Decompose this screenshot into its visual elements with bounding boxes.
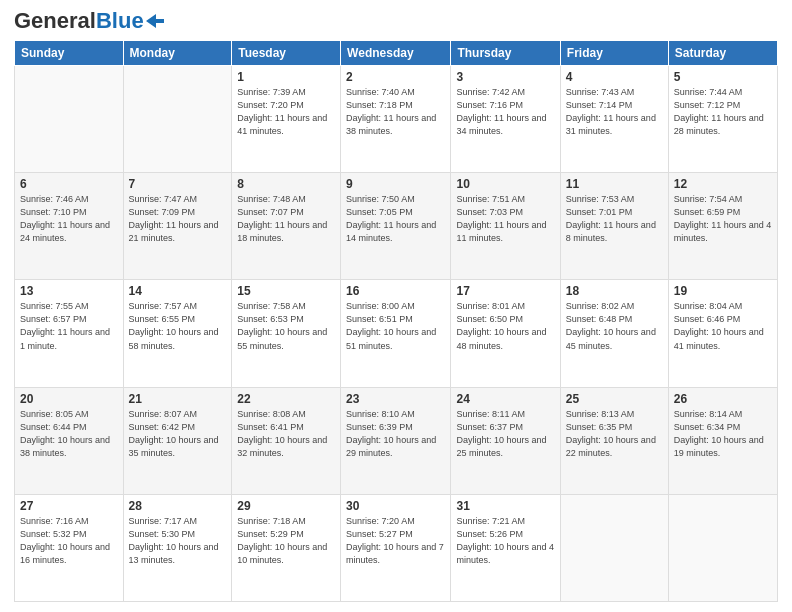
day-number: 9: [346, 177, 445, 191]
calendar-cell: [668, 494, 777, 601]
calendar-cell: 4Sunrise: 7:43 AMSunset: 7:14 PMDaylight…: [560, 66, 668, 173]
day-number: 16: [346, 284, 445, 298]
calendar-cell: 24Sunrise: 8:11 AMSunset: 6:37 PMDayligh…: [451, 387, 560, 494]
day-number: 20: [20, 392, 118, 406]
logo: GeneralBlue: [14, 10, 164, 32]
day-info: Sunrise: 7:58 AMSunset: 6:53 PMDaylight:…: [237, 300, 335, 352]
calendar-cell: 26Sunrise: 8:14 AMSunset: 6:34 PMDayligh…: [668, 387, 777, 494]
logo-text: GeneralBlue: [14, 10, 144, 32]
calendar-week-row: 20Sunrise: 8:05 AMSunset: 6:44 PMDayligh…: [15, 387, 778, 494]
header: GeneralBlue: [14, 10, 778, 32]
day-number: 7: [129, 177, 227, 191]
calendar-cell: 17Sunrise: 8:01 AMSunset: 6:50 PMDayligh…: [451, 280, 560, 387]
day-number: 30: [346, 499, 445, 513]
calendar-cell: [15, 66, 124, 173]
calendar-cell: 28Sunrise: 7:17 AMSunset: 5:30 PMDayligh…: [123, 494, 232, 601]
calendar-cell: 7Sunrise: 7:47 AMSunset: 7:09 PMDaylight…: [123, 173, 232, 280]
day-number: 24: [456, 392, 554, 406]
day-info: Sunrise: 8:11 AMSunset: 6:37 PMDaylight:…: [456, 408, 554, 460]
day-info: Sunrise: 8:05 AMSunset: 6:44 PMDaylight:…: [20, 408, 118, 460]
calendar-table: SundayMondayTuesdayWednesdayThursdayFrid…: [14, 40, 778, 602]
day-info: Sunrise: 7:46 AMSunset: 7:10 PMDaylight:…: [20, 193, 118, 245]
calendar-header-tuesday: Tuesday: [232, 41, 341, 66]
calendar-cell: 30Sunrise: 7:20 AMSunset: 5:27 PMDayligh…: [341, 494, 451, 601]
day-number: 26: [674, 392, 772, 406]
day-number: 19: [674, 284, 772, 298]
calendar-cell: [560, 494, 668, 601]
day-number: 21: [129, 392, 227, 406]
calendar-cell: 22Sunrise: 8:08 AMSunset: 6:41 PMDayligh…: [232, 387, 341, 494]
day-number: 27: [20, 499, 118, 513]
day-info: Sunrise: 7:47 AMSunset: 7:09 PMDaylight:…: [129, 193, 227, 245]
day-number: 10: [456, 177, 554, 191]
day-info: Sunrise: 7:57 AMSunset: 6:55 PMDaylight:…: [129, 300, 227, 352]
day-number: 28: [129, 499, 227, 513]
calendar-cell: 29Sunrise: 7:18 AMSunset: 5:29 PMDayligh…: [232, 494, 341, 601]
calendar-cell: 15Sunrise: 7:58 AMSunset: 6:53 PMDayligh…: [232, 280, 341, 387]
day-number: 8: [237, 177, 335, 191]
day-info: Sunrise: 7:21 AMSunset: 5:26 PMDaylight:…: [456, 515, 554, 567]
calendar-cell: 25Sunrise: 8:13 AMSunset: 6:35 PMDayligh…: [560, 387, 668, 494]
day-number: 1: [237, 70, 335, 84]
logo-general: General: [14, 8, 96, 33]
calendar-cell: 19Sunrise: 8:04 AMSunset: 6:46 PMDayligh…: [668, 280, 777, 387]
day-info: Sunrise: 7:50 AMSunset: 7:05 PMDaylight:…: [346, 193, 445, 245]
page: GeneralBlue SundayMondayTuesdayWednesday…: [0, 0, 792, 612]
calendar-header-friday: Friday: [560, 41, 668, 66]
calendar-cell: 18Sunrise: 8:02 AMSunset: 6:48 PMDayligh…: [560, 280, 668, 387]
calendar-cell: 6Sunrise: 7:46 AMSunset: 7:10 PMDaylight…: [15, 173, 124, 280]
day-number: 17: [456, 284, 554, 298]
day-number: 5: [674, 70, 772, 84]
day-info: Sunrise: 8:01 AMSunset: 6:50 PMDaylight:…: [456, 300, 554, 352]
calendar-header-sunday: Sunday: [15, 41, 124, 66]
calendar-week-row: 1Sunrise: 7:39 AMSunset: 7:20 PMDaylight…: [15, 66, 778, 173]
calendar-header-row: SundayMondayTuesdayWednesdayThursdayFrid…: [15, 41, 778, 66]
day-info: Sunrise: 7:54 AMSunset: 6:59 PMDaylight:…: [674, 193, 772, 245]
day-info: Sunrise: 8:14 AMSunset: 6:34 PMDaylight:…: [674, 408, 772, 460]
day-info: Sunrise: 7:39 AMSunset: 7:20 PMDaylight:…: [237, 86, 335, 138]
calendar-cell: 11Sunrise: 7:53 AMSunset: 7:01 PMDayligh…: [560, 173, 668, 280]
day-number: 11: [566, 177, 663, 191]
calendar-header-thursday: Thursday: [451, 41, 560, 66]
day-number: 22: [237, 392, 335, 406]
day-number: 15: [237, 284, 335, 298]
day-info: Sunrise: 7:48 AMSunset: 7:07 PMDaylight:…: [237, 193, 335, 245]
day-info: Sunrise: 8:04 AMSunset: 6:46 PMDaylight:…: [674, 300, 772, 352]
day-number: 13: [20, 284, 118, 298]
day-info: Sunrise: 7:55 AMSunset: 6:57 PMDaylight:…: [20, 300, 118, 352]
day-info: Sunrise: 8:02 AMSunset: 6:48 PMDaylight:…: [566, 300, 663, 352]
calendar-header-monday: Monday: [123, 41, 232, 66]
calendar-cell: 21Sunrise: 8:07 AMSunset: 6:42 PMDayligh…: [123, 387, 232, 494]
calendar-cell: 20Sunrise: 8:05 AMSunset: 6:44 PMDayligh…: [15, 387, 124, 494]
day-info: Sunrise: 7:51 AMSunset: 7:03 PMDaylight:…: [456, 193, 554, 245]
day-info: Sunrise: 7:16 AMSunset: 5:32 PMDaylight:…: [20, 515, 118, 567]
calendar-cell: 16Sunrise: 8:00 AMSunset: 6:51 PMDayligh…: [341, 280, 451, 387]
calendar-week-row: 13Sunrise: 7:55 AMSunset: 6:57 PMDayligh…: [15, 280, 778, 387]
day-number: 3: [456, 70, 554, 84]
day-info: Sunrise: 7:43 AMSunset: 7:14 PMDaylight:…: [566, 86, 663, 138]
calendar-cell: 27Sunrise: 7:16 AMSunset: 5:32 PMDayligh…: [15, 494, 124, 601]
calendar-cell: 9Sunrise: 7:50 AMSunset: 7:05 PMDaylight…: [341, 173, 451, 280]
svg-marker-0: [146, 14, 164, 28]
calendar-header-wednesday: Wednesday: [341, 41, 451, 66]
calendar-header-saturday: Saturday: [668, 41, 777, 66]
day-number: 18: [566, 284, 663, 298]
logo-blue: Blue: [96, 8, 144, 33]
day-number: 29: [237, 499, 335, 513]
day-info: Sunrise: 8:13 AMSunset: 6:35 PMDaylight:…: [566, 408, 663, 460]
day-info: Sunrise: 7:17 AMSunset: 5:30 PMDaylight:…: [129, 515, 227, 567]
calendar-cell: 1Sunrise: 7:39 AMSunset: 7:20 PMDaylight…: [232, 66, 341, 173]
day-info: Sunrise: 8:10 AMSunset: 6:39 PMDaylight:…: [346, 408, 445, 460]
calendar-cell: 31Sunrise: 7:21 AMSunset: 5:26 PMDayligh…: [451, 494, 560, 601]
calendar-week-row: 27Sunrise: 7:16 AMSunset: 5:32 PMDayligh…: [15, 494, 778, 601]
day-number: 4: [566, 70, 663, 84]
day-number: 31: [456, 499, 554, 513]
day-number: 2: [346, 70, 445, 84]
day-info: Sunrise: 7:53 AMSunset: 7:01 PMDaylight:…: [566, 193, 663, 245]
calendar-cell: 10Sunrise: 7:51 AMSunset: 7:03 PMDayligh…: [451, 173, 560, 280]
day-number: 14: [129, 284, 227, 298]
logo-icon: [146, 14, 164, 28]
day-number: 25: [566, 392, 663, 406]
day-info: Sunrise: 7:44 AMSunset: 7:12 PMDaylight:…: [674, 86, 772, 138]
day-info: Sunrise: 7:42 AMSunset: 7:16 PMDaylight:…: [456, 86, 554, 138]
